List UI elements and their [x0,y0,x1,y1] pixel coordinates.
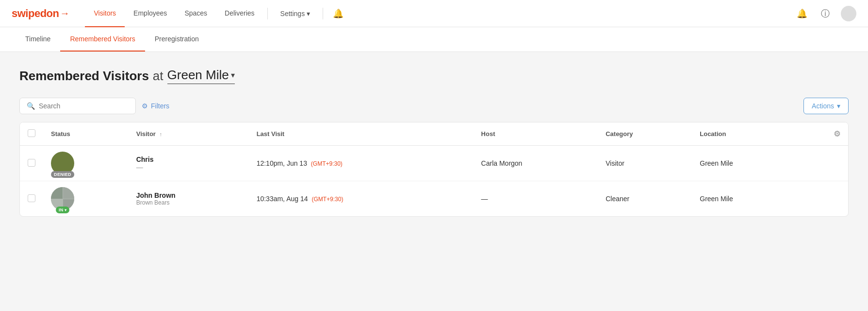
tab-timeline[interactable]: Timeline [16,27,60,52]
visitor-sub: — [136,163,154,171]
info-icon[interactable]: ⓘ [818,6,833,21]
visitor-details: Chris — [136,156,154,171]
actions-button[interactable]: Actions ▾ [803,98,849,114]
nav-right: 🔔 ⓘ [794,6,856,21]
logo-arrow-icon: → [60,8,69,19]
top-navigation: swipedon → Visitors Employees Spaces Del… [0,0,868,27]
page-title-at: at [153,69,164,84]
row-checkbox[interactable] [28,159,35,167]
row-checkbox-cell [20,146,43,181]
status-badge: DENIED [51,171,74,178]
nav-settings[interactable]: Settings ▾ [272,0,319,27]
visitor-name: Chris [136,156,154,163]
page-title: Remembered Visitors [19,69,149,84]
row-checkbox-cell [20,181,43,217]
visitor-info: John Brown Brown Bears [136,191,241,206]
subtabs: Timeline Remembered Visitors Preregistra… [0,27,868,52]
host-cell: Carla Morgon [474,146,598,181]
last-visit-cell: 10:33am, Aug 14 (GMT+9:30) [249,181,474,217]
actions-chevron-icon: ▾ [837,102,840,110]
alert-icon[interactable]: 🔔 [794,6,810,21]
tab-preregistration[interactable]: Preregistration [145,27,209,52]
last-visit-tz: (GMT+9:30) [311,160,343,167]
search-box: 🔍 [19,98,136,114]
actions-label: Actions [812,102,834,110]
visitor-avatar-container: IN ▾ [51,187,74,210]
col-settings[interactable]: ⚙ [799,122,848,146]
row-actions-cell [799,181,848,217]
main-content: Remembered Visitors at Green Mile ▾ 🔍 ⚙ … [0,52,868,310]
nav-item-spaces[interactable]: Spaces [176,0,216,27]
col-checkbox [20,122,43,146]
col-status: Status [43,122,129,146]
visitor-avatar-container: DENIED [51,152,74,175]
table-header-row: Status Visitor ↑ Last Visit Host Categor… [20,122,848,146]
last-visit-tz: (GMT+9:30) [311,196,343,203]
logo-text: swipedon [12,7,59,20]
search-input[interactable] [39,102,129,110]
col-host: Host [474,122,598,146]
search-icon: 🔍 [27,102,35,110]
row-checkbox[interactable] [28,194,35,202]
select-all-checkbox[interactable] [28,129,35,137]
tab-remembered-visitors[interactable]: Remembered Visitors [60,27,145,52]
toolbar-left: 🔍 ⚙ Filters [19,98,169,114]
filter-icon: ⚙ [142,102,148,110]
visitor-cell: John Brown Brown Bears [129,181,249,217]
last-visit-time: 12:10pm, Jun 13 [257,159,307,167]
page-title-row: Remembered Visitors at Green Mile ▾ [19,68,849,84]
nav-items: Visitors Employees Spaces Deliveries Set… [85,0,794,27]
status-badge: IN ▾ [56,207,69,213]
location-chevron-icon: ▾ [231,70,235,80]
nav-separator [267,8,268,19]
location-selector[interactable]: Green Mile ▾ [167,68,235,84]
location-cell: Green Mile [692,146,799,181]
col-location: Location [692,122,799,146]
table-row: IN ▾ John Brown Brown Bears [20,181,848,217]
status-cell: IN ▾ [43,181,129,217]
settings-label: Settings [280,10,305,17]
visitor-company: Brown Bears [136,199,176,206]
visitor-details: John Brown Brown Bears [136,191,176,206]
user-avatar[interactable] [841,6,856,21]
status-in-chevron-icon: ▾ [65,208,66,212]
last-visit-time: 10:33am, Aug 14 [257,195,308,203]
visitors-table: Status Visitor ↑ Last Visit Host Categor… [19,122,849,217]
settings-chevron-icon: ▾ [307,10,310,17]
nav-item-visitors[interactable]: Visitors [85,0,125,27]
host-cell: — [474,181,598,217]
visitor-name: John Brown [136,191,176,199]
nav-item-deliveries[interactable]: Deliveries [216,0,263,27]
category-cell: Cleaner [598,181,692,217]
col-last-visit: Last Visit [249,122,474,146]
nav-separator-2 [323,8,323,19]
nav-item-employees[interactable]: Employees [125,0,176,27]
col-category: Category [598,122,692,146]
notification-bell-icon[interactable]: 🔔 [327,8,349,19]
logo[interactable]: swipedon → [12,7,69,20]
visitor-info: Chris — [136,156,241,171]
filters-label: Filters [151,102,169,110]
category-cell: Visitor [598,146,692,181]
location-name: Green Mile [167,68,229,83]
visitor-cell: Chris — [129,146,249,181]
toolbar: 🔍 ⚙ Filters Actions ▾ [19,98,849,114]
status-cell: DENIED [43,146,129,181]
filters-button[interactable]: ⚙ Filters [142,102,169,110]
row-actions-cell [799,146,848,181]
status-in-label: IN [59,207,64,212]
table-row: DENIED Chris — 12:10pm, Jun 13 [20,146,848,181]
visitor-sort-icon: ↑ [160,131,163,137]
last-visit-cell: 12:10pm, Jun 13 (GMT+9:30) [249,146,474,181]
location-cell: Green Mile [692,181,799,217]
col-visitor[interactable]: Visitor ↑ [129,122,249,146]
